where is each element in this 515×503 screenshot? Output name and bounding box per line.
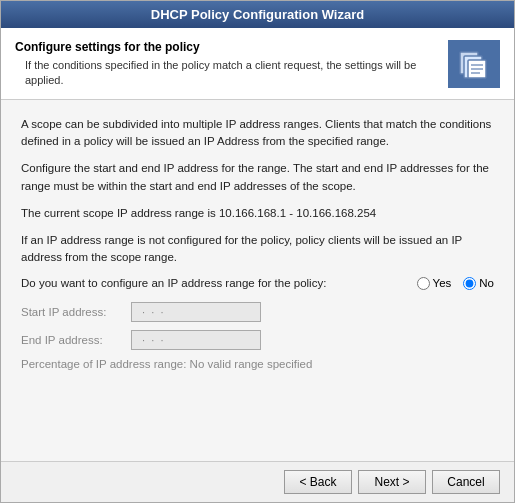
end-ip-label: End IP address: — [21, 334, 131, 346]
end-ip-input[interactable]: · · · — [131, 330, 261, 350]
next-button[interactable]: Next > — [358, 470, 426, 494]
percentage-row: Percentage of IP address range: No valid… — [21, 358, 494, 370]
header-title: Configure settings for the policy — [15, 40, 438, 54]
start-ip-input[interactable]: · · · — [131, 302, 261, 322]
para4: If an IP address range is not configured… — [21, 232, 494, 267]
radio-no[interactable] — [463, 277, 476, 290]
back-button[interactable]: < Back — [284, 470, 352, 494]
percentage-label: Percentage of IP address range: — [21, 358, 190, 370]
radio-question-label: Do you want to configure an IP address r… — [21, 277, 407, 289]
para2: Configure the start and end IP address f… — [21, 160, 494, 195]
radio-yes[interactable] — [417, 277, 430, 290]
para3: The current scope IP address range is 10… — [21, 205, 494, 222]
title-bar: DHCP Policy Configuration Wizard — [1, 1, 514, 28]
title-bar-label: DHCP Policy Configuration Wizard — [151, 7, 364, 22]
para1: A scope can be subdivided into multiple … — [21, 116, 494, 151]
end-ip-row: End IP address: · · · — [21, 330, 494, 350]
radio-no-label: No — [479, 277, 494, 289]
radio-options: Yes No — [417, 277, 494, 290]
percentage-value: No valid range specified — [190, 358, 313, 370]
ip-range-question-row: Do you want to configure an IP address r… — [21, 277, 494, 290]
start-ip-row: Start IP address: · · · — [21, 302, 494, 322]
wizard-window: DHCP Policy Configuration Wizard Configu… — [0, 0, 515, 503]
cancel-button[interactable]: Cancel — [432, 470, 500, 494]
header-text-block: Configure settings for the policy If the… — [15, 40, 438, 89]
start-ip-label: Start IP address: — [21, 306, 131, 318]
header-section: Configure settings for the policy If the… — [1, 28, 514, 100]
radio-yes-option[interactable]: Yes — [417, 277, 452, 290]
footer-section: < Back Next > Cancel — [1, 461, 514, 502]
radio-no-option[interactable]: No — [463, 277, 494, 290]
network-icon — [448, 40, 500, 88]
header-subtitle: If the conditions specified in the polic… — [25, 58, 438, 89]
radio-yes-label: Yes — [433, 277, 452, 289]
content-section: A scope can be subdivided into multiple … — [1, 100, 514, 461]
